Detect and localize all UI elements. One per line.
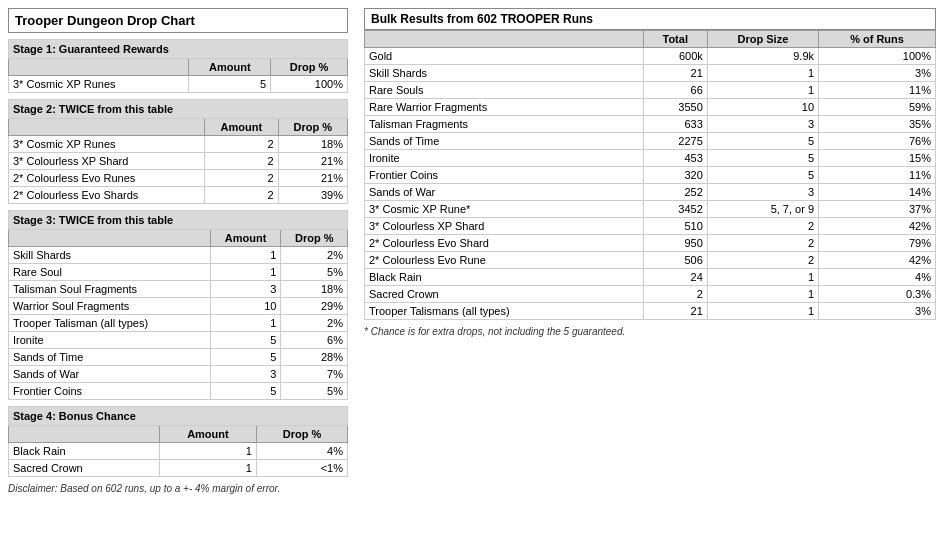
table-cell: Skill Shards: [9, 247, 211, 264]
table-cell: 1: [707, 65, 818, 82]
table-cell: Rare Souls: [365, 82, 644, 99]
table-cell: 5: [210, 349, 281, 366]
table-cell: 1: [707, 269, 818, 286]
stage2-col0: [9, 119, 205, 136]
table-cell: Frontier Coins: [9, 383, 211, 400]
table-cell: 5: [210, 332, 281, 349]
table-cell: 1: [707, 303, 818, 320]
table-cell: 2* Colourless Evo Shards: [9, 187, 205, 204]
table-cell: 1: [707, 82, 818, 99]
table-cell: 66: [643, 82, 707, 99]
table-row: Gold600k9.9k100%: [365, 48, 936, 65]
table-cell: 3: [707, 116, 818, 133]
table-cell: 21: [643, 303, 707, 320]
table-cell: Sands of War: [9, 366, 211, 383]
table-cell: Rare Warrior Fragments: [365, 99, 644, 116]
table-row: Black Rain14%: [9, 443, 348, 460]
table-row: Sacred Crown1<1%: [9, 460, 348, 477]
table-cell: 5: [210, 383, 281, 400]
table-cell: 1: [210, 247, 281, 264]
table-cell: 21%: [278, 153, 347, 170]
bulk-title: Bulk Results from 602 TROOPER Runs: [364, 8, 936, 30]
table-row: Rare Soul15%: [9, 264, 348, 281]
bulk-col2: Drop Size: [707, 31, 818, 48]
table-cell: 453: [643, 150, 707, 167]
stage1-col1: Amount: [189, 59, 271, 76]
table-cell: 3* Colourless XP Shard: [9, 153, 205, 170]
table-cell: 506: [643, 252, 707, 269]
table-cell: 39%: [278, 187, 347, 204]
table-cell: Trooper Talisman (all types): [9, 315, 211, 332]
table-cell: 2275: [643, 133, 707, 150]
table-cell: 950: [643, 235, 707, 252]
table-cell: Sands of War: [365, 184, 644, 201]
table-cell: Skill Shards: [365, 65, 644, 82]
table-cell: Ironite: [365, 150, 644, 167]
stage1-col2: Drop %: [271, 59, 348, 76]
table-cell: 1: [159, 443, 256, 460]
main-container: Trooper Dungeon Drop Chart Stage 1: Guar…: [8, 8, 936, 494]
table-row: Rare Warrior Fragments35501059%: [365, 99, 936, 116]
table-row: 2* Colourless Evo Shard950279%: [365, 235, 936, 252]
table-cell: 5: [707, 167, 818, 184]
table-cell: 42%: [819, 218, 936, 235]
table-cell: 510: [643, 218, 707, 235]
disclaimer: Disclaimer: Based on 602 runs, up to a +…: [8, 483, 348, 494]
table-cell: Warrior Soul Fragments: [9, 298, 211, 315]
table-row: 3* Cosmic XP Runes218%: [9, 136, 348, 153]
table-cell: 37%: [819, 201, 936, 218]
table-row: 3* Cosmic XP Rune*34525, 7, or 937%: [365, 201, 936, 218]
stage3-header: Stage 3: TWICE from this table: [9, 211, 348, 230]
table-row: Trooper Talismans (all types)2113%: [365, 303, 936, 320]
table-cell: 3* Colourless XP Shard: [365, 218, 644, 235]
table-cell: 100%: [271, 76, 348, 93]
table-cell: 3550: [643, 99, 707, 116]
table-row: Sands of Time2275576%: [365, 133, 936, 150]
table-cell: 3: [210, 281, 281, 298]
table-row: Frontier Coins320511%: [365, 167, 936, 184]
table-row: Rare Souls66111%: [365, 82, 936, 99]
bulk-table: Total Drop Size % of Runs Gold600k9.9k10…: [364, 30, 936, 320]
table-cell: 4%: [819, 269, 936, 286]
table-cell: 79%: [819, 235, 936, 252]
table-row: Sacred Crown210.3%: [365, 286, 936, 303]
table-cell: 0.3%: [819, 286, 936, 303]
table-cell: 2* Colourless Evo Rune: [365, 252, 644, 269]
table-cell: 5: [707, 150, 818, 167]
table-row: Trooper Talisman (all types)12%: [9, 315, 348, 332]
table-cell: Sacred Crown: [365, 286, 644, 303]
table-cell: 100%: [819, 48, 936, 65]
table-cell: 18%: [278, 136, 347, 153]
table-cell: 320: [643, 167, 707, 184]
table-cell: 18%: [281, 281, 348, 298]
table-cell: 3* Cosmic XP Runes: [9, 76, 189, 93]
bulk-col3: % of Runs: [819, 31, 936, 48]
right-panel: Bulk Results from 602 TROOPER Runs Total…: [364, 8, 936, 337]
table-row: 2* Colourless Evo Shards239%: [9, 187, 348, 204]
table-cell: 5%: [281, 264, 348, 281]
table-row: Black Rain2414%: [365, 269, 936, 286]
table-cell: Gold: [365, 48, 644, 65]
table-cell: 2: [204, 170, 278, 187]
table-cell: 1: [707, 286, 818, 303]
table-cell: 15%: [819, 150, 936, 167]
table-row: Ironite56%: [9, 332, 348, 349]
table-cell: 28%: [281, 349, 348, 366]
table-cell: 2: [204, 153, 278, 170]
table-cell: 21%: [278, 170, 347, 187]
table-cell: 3%: [819, 303, 936, 320]
table-cell: Ironite: [9, 332, 211, 349]
table-cell: 2: [707, 235, 818, 252]
stage1-header: Stage 1: Guaranteed Rewards: [9, 40, 348, 59]
bulk-col1: Total: [643, 31, 707, 48]
table-cell: Talisman Soul Fragments: [9, 281, 211, 298]
table-row: Warrior Soul Fragments1029%: [9, 298, 348, 315]
table-cell: 2%: [281, 315, 348, 332]
table-row: 2* Colourless Evo Rune506242%: [365, 252, 936, 269]
table-cell: 76%: [819, 133, 936, 150]
table-row: Sands of War252314%: [365, 184, 936, 201]
footnote: * Chance is for extra drops, not includi…: [364, 326, 936, 337]
table-cell: 35%: [819, 116, 936, 133]
stage4-header: Stage 4: Bonus Chance: [9, 407, 348, 426]
stage3-col0: [9, 230, 211, 247]
